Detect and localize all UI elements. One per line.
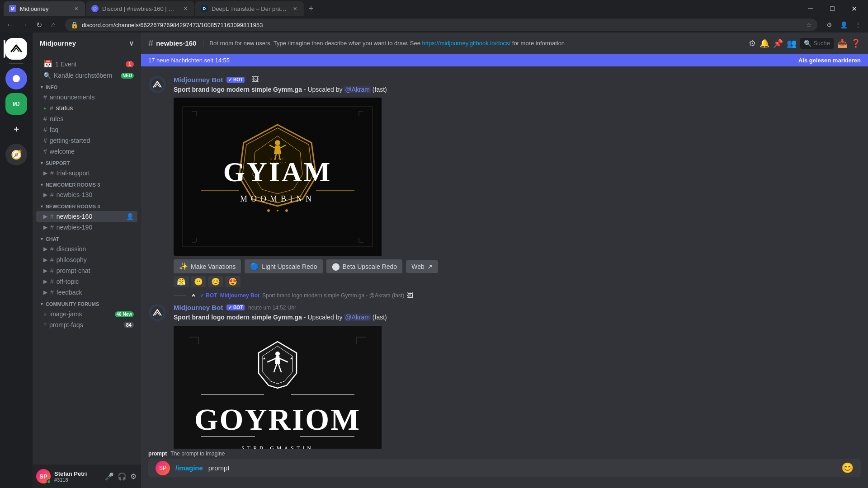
- minimize-button[interactable]: ─: [800, 2, 821, 15]
- svg-point-11: [267, 209, 270, 212]
- url-bar-icons: ☆: [806, 21, 812, 28]
- image-attachment-2[interactable]: ★ ★ GOYRIOM: [174, 326, 400, 449]
- make-variations-label-1: Make Variations: [191, 263, 236, 270]
- settings-button[interactable]: ⚙: [129, 471, 137, 482]
- add-server-icon: +: [14, 124, 19, 135]
- members-button[interactable]: 👥: [787, 38, 797, 48]
- channel-item-browse[interactable]: 🔍 Kanäle durchstöbern NEU: [36, 70, 137, 81]
- browse-badge: NEU: [121, 73, 134, 79]
- channel-item-getting-started[interactable]: # getting-started: [36, 135, 137, 146]
- thread-icon-130: ▶: [43, 192, 47, 198]
- channel-item-trial-support[interactable]: ▶ # trial-support: [36, 168, 137, 178]
- section-header-newcomer3[interactable]: ▼ NEWCOMER ROOMS 3: [33, 180, 141, 189]
- address-bar: ← → ↻ ⌂ 🔒 discord.com/channels/662267976…: [0, 17, 868, 33]
- hash-icon-faq: #: [43, 126, 47, 133]
- explore-servers-button[interactable]: 🧭: [5, 144, 27, 165]
- tab-deepl[interactable]: D DeepL Translate – Der präziseste... ✕: [195, 1, 304, 16]
- channel-header-description: Bot room for new users. Type /imagine th…: [203, 40, 565, 47]
- back-button[interactable]: ←: [4, 19, 16, 31]
- profile-button[interactable]: 👤: [837, 19, 850, 31]
- hash-icon-status: #: [50, 104, 53, 112]
- tab-discord[interactable]: D Discord | #newbies-160 | Mid... ✕: [86, 1, 194, 16]
- channel-item-faq[interactable]: # faq: [36, 124, 137, 135]
- channel-item-announcements[interactable]: # announcements: [36, 92, 137, 103]
- deafen-button[interactable]: 🎧: [117, 471, 127, 482]
- channel-sidebar: Midjourney ∨ 📅 1 Event 1 🔍 Kanäle durchs…: [33, 33, 141, 488]
- reaction-smile[interactable]: 😊: [208, 276, 223, 287]
- channel-item-status[interactable]: ● # status: [36, 103, 137, 113]
- server-icon-midjourney[interactable]: [5, 38, 27, 60]
- section-header-community[interactable]: ▼ COMMUNITY FORUMS: [33, 300, 141, 309]
- channel-item-off-topic[interactable]: ▶ # off-topic: [36, 276, 137, 287]
- notification-button[interactable]: 🔔: [760, 38, 769, 48]
- reaction-angry[interactable]: 😤: [174, 276, 189, 287]
- channel-item-newbies-160[interactable]: ▶ # newbies-160 👤: [36, 211, 137, 222]
- channel-name-faq: faq: [50, 126, 134, 133]
- bot-author-1: Midjourney Bot: [174, 76, 223, 84]
- forward-button[interactable]: →: [18, 19, 31, 31]
- tab-close-deepl[interactable]: ✕: [291, 5, 298, 12]
- server-icon-2[interactable]: [5, 68, 27, 89]
- message-reference: ✓ BOT Midjourney Bot Sport brand logo mo…: [141, 291, 868, 300]
- channel-item-prompt-chat[interactable]: ▶ # prompt-chat: [36, 265, 137, 276]
- maximize-button[interactable]: □: [822, 2, 843, 15]
- message-input[interactable]: [208, 459, 836, 477]
- channel-item-philosophy[interactable]: ▶ # philosophy: [36, 254, 137, 265]
- channel-name-philosophy: philosophy: [57, 256, 134, 263]
- image-attachment-1[interactable]: GEAR TLOMATY GYIAM: [174, 98, 400, 256]
- beta-upscale-button-1[interactable]: ⬤ Beta Upscale Redo: [326, 259, 403, 273]
- thread-icon-160: ▶: [43, 213, 47, 220]
- channel-item-image-jams[interactable]: ≡ image-jams 46 New: [36, 309, 137, 319]
- tab-midjourney[interactable]: M Midjourney ✕: [4, 1, 85, 16]
- tab-favicon-discord: D: [91, 5, 99, 12]
- channel-item-welcome[interactable]: # welcome: [36, 146, 137, 157]
- pin-button[interactable]: 📌: [773, 38, 783, 48]
- server-icon-4[interactable]: +: [5, 118, 27, 140]
- url-bar[interactable]: 🔒 discord.com/channels/66226797698429747…: [65, 19, 817, 31]
- channel-item-event[interactable]: 📅 1 Event 1: [36, 58, 137, 70]
- section-header-support[interactable]: ▼ SUPPORT: [33, 159, 141, 168]
- channel-item-newbies-130[interactable]: ▶ # newbies-130: [36, 189, 137, 200]
- emoji-button[interactable]: 😊: [841, 462, 854, 474]
- make-variations-button-1[interactable]: ✨ Make Variations: [174, 259, 241, 273]
- mark-read-button[interactable]: Als gelesen markieren: [798, 57, 861, 64]
- image-icon-1[interactable]: 🖼: [252, 75, 259, 84]
- tab-close-midjourney[interactable]: ✕: [72, 5, 80, 12]
- channel-desc-link[interactable]: https://midjourney.gitbook.io/docs/: [422, 40, 511, 47]
- server-header[interactable]: Midjourney ∨: [33, 33, 141, 54]
- tab-title-midjourney: Midjourney: [20, 5, 69, 12]
- user-area: SP Stefan Petri #3118 🎤 🎧 ⚙: [33, 465, 141, 488]
- light-upscale-button-1[interactable]: 🔵 Light Upscale Redo: [245, 259, 322, 273]
- home-button[interactable]: ⌂: [47, 19, 60, 31]
- inbox-button[interactable]: 📥: [837, 38, 847, 48]
- hash-icon-160: #: [50, 213, 54, 220]
- verified-badge-2: ✓ BOT: [226, 305, 245, 310]
- web-button-1[interactable]: Web ↗: [406, 260, 438, 273]
- new-tab-button[interactable]: +: [305, 2, 317, 15]
- user-avatar[interactable]: SP: [36, 469, 51, 483]
- tab-close-discord[interactable]: ✕: [182, 5, 189, 12]
- messages-area[interactable]: Midjourney Bot ✓ BOT 🖼 Sport brand logo …: [141, 66, 868, 449]
- server-icon-3[interactable]: MJ: [5, 93, 27, 115]
- channel-item-rules[interactable]: # rules: [36, 113, 137, 124]
- mute-button[interactable]: 🎤: [104, 471, 115, 482]
- section-header-chat[interactable]: ▼ CHAT: [33, 235, 141, 244]
- reaction-heart-eyes[interactable]: 😍: [225, 276, 241, 287]
- help-button[interactable]: ❓: [851, 38, 861, 48]
- search-bar[interactable]: 🔍 Suche: [800, 38, 834, 49]
- channel-item-prompt-faqs[interactable]: ≡ prompt-faqs 84: [36, 319, 137, 330]
- hash-icon-prompt-chat: #: [50, 267, 54, 274]
- channel-desc-text: Bot room for new users. Type /imagine th…: [209, 40, 420, 47]
- channel-item-discussion[interactable]: ▶ # discussion: [36, 244, 137, 254]
- refresh-button[interactable]: ↻: [33, 19, 45, 31]
- channel-item-newbies-190[interactable]: ▶ # newbies-190: [36, 222, 137, 233]
- reaction-neutral[interactable]: 😐: [191, 276, 206, 287]
- extensions-button[interactable]: ⚙: [823, 19, 835, 31]
- menu-button[interactable]: ⋮: [852, 19, 864, 31]
- threads-button[interactable]: ⚙: [749, 38, 756, 48]
- star-icon[interactable]: ☆: [806, 21, 812, 28]
- section-header-info[interactable]: ▼ INFO: [33, 83, 141, 92]
- section-header-newcomer4[interactable]: ▼ NEWCOMER ROOMS 4: [33, 202, 141, 211]
- channel-item-feedback[interactable]: ▶ # feedback: [36, 287, 137, 298]
- close-button[interactable]: ✕: [844, 2, 864, 15]
